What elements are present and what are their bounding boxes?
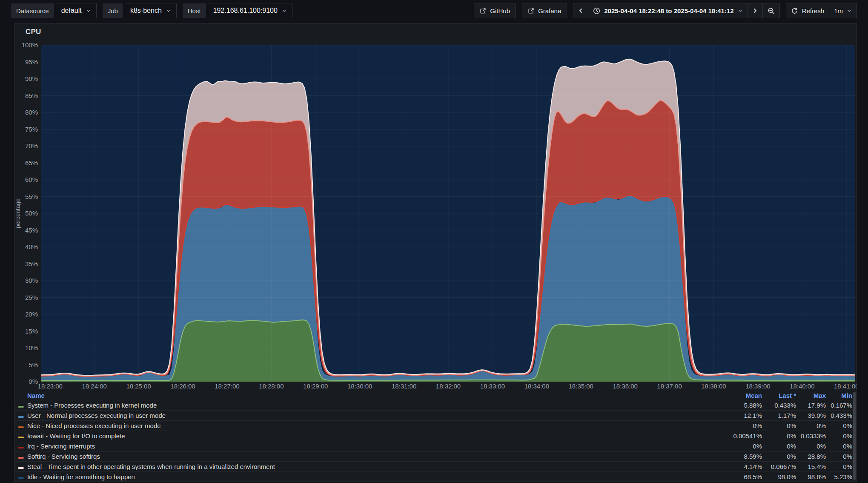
y-tick-label: 65% bbox=[25, 159, 38, 167]
github-link-button[interactable]: GitHub bbox=[474, 3, 516, 18]
y-tick-label: 90% bbox=[25, 75, 38, 82]
chevron-right-icon bbox=[753, 8, 758, 14]
legend-col-min[interactable]: Min bbox=[826, 392, 852, 399]
legend-max-value: 0% bbox=[796, 422, 826, 429]
legend-series-name[interactable]: User - Normal processes executing in use… bbox=[27, 412, 715, 419]
y-tick-label: 5% bbox=[29, 361, 38, 368]
legend-last-value: 98.0% bbox=[762, 473, 796, 480]
legend-row[interactable]: Iowait - Waiting for I/O to complete0.00… bbox=[14, 431, 857, 441]
legend-min-value: 0% bbox=[826, 422, 852, 429]
x-tick-label: 18:32:00 bbox=[436, 382, 461, 390]
legend-swatch[interactable] bbox=[18, 416, 24, 418]
legend-max-value: 0% bbox=[796, 443, 826, 450]
refresh-icon bbox=[791, 7, 798, 14]
legend-mean-value: 0.00541% bbox=[715, 432, 762, 440]
y-tick-label: 85% bbox=[25, 92, 38, 99]
chevron-down-icon bbox=[86, 8, 91, 13]
legend-swatch[interactable] bbox=[18, 437, 24, 438]
time-shift-back-button[interactable] bbox=[573, 3, 588, 18]
datasource-field: Datasource default bbox=[11, 3, 97, 18]
y-tick-label: 35% bbox=[25, 260, 38, 267]
clock-icon bbox=[593, 7, 600, 14]
x-tick-label: 18:28:00 bbox=[259, 382, 284, 390]
legend-row[interactable]: Softirq - Servicing softirqs8.59%0%28.8%… bbox=[14, 451, 857, 461]
legend-min-value: 0% bbox=[826, 443, 852, 450]
magnifier-minus-icon bbox=[768, 7, 775, 14]
legend-series-name[interactable]: Softirq - Servicing softirqs bbox=[27, 453, 715, 460]
legend-swatch[interactable] bbox=[18, 457, 24, 459]
legend-max-value: 39.0% bbox=[796, 412, 826, 419]
legend-min-value: 0% bbox=[826, 453, 852, 460]
legend-row[interactable]: Nice - Niced processes executing in user… bbox=[14, 420, 857, 431]
legend-row[interactable]: System - Processes executing in kernel m… bbox=[14, 400, 857, 410]
legend-series-name[interactable]: Iowait - Waiting for I/O to complete bbox=[27, 432, 715, 440]
chevron-down-icon bbox=[738, 8, 743, 13]
legend-series-name[interactable]: Irq - Servicing interrupts bbox=[27, 443, 715, 450]
legend-swatch[interactable] bbox=[18, 426, 24, 428]
cpu-chart[interactable]: 0%5%10%15%20%25%30%35%40%45%50%55%60%65%… bbox=[14, 24, 857, 391]
x-tick-label: 18:33:00 bbox=[480, 382, 505, 390]
legend-mean-value: 12.1% bbox=[715, 412, 762, 419]
y-tick-label: 95% bbox=[25, 58, 38, 66]
legend-col-name[interactable]: Name bbox=[27, 392, 715, 399]
refresh-group: Refresh 1m bbox=[786, 3, 857, 18]
grafana-link-label: Grafana bbox=[538, 7, 561, 14]
time-range-text: 2025-04-04 18:22:48 to 2025-04-04 18:41:… bbox=[604, 7, 733, 14]
legend-series-name[interactable]: System - Processes executing in kernel m… bbox=[27, 402, 715, 409]
x-tick-label: 18:35:00 bbox=[569, 382, 593, 390]
legend-last-value: 0% bbox=[762, 443, 796, 450]
legend-mean-value: 0% bbox=[715, 443, 762, 450]
x-tick-label: 18:26:00 bbox=[170, 382, 195, 390]
datasource-select[interactable]: default bbox=[56, 3, 97, 18]
legend-swatch[interactable] bbox=[18, 477, 24, 479]
job-select[interactable]: k8s-bench bbox=[125, 3, 177, 18]
legend: Name Mean Last * Max Min System - Proces… bbox=[14, 391, 857, 482]
legend-max-value: 28.8% bbox=[796, 453, 826, 460]
legend-last-value: 0.433% bbox=[762, 402, 796, 409]
legend-scrollbar[interactable] bbox=[853, 392, 856, 480]
legend-row[interactable]: Irq - Servicing interrupts0%0%0%0% bbox=[14, 441, 857, 451]
cpu-panel: CPU 0%5%10%15%20%25%30%35%40%45%50%55%60… bbox=[14, 23, 857, 482]
x-tick-label: 18:31:00 bbox=[392, 382, 416, 390]
host-select[interactable]: 192.168.61.100:9100 bbox=[208, 3, 292, 18]
grafana-link-button[interactable]: Grafana bbox=[522, 3, 567, 18]
legend-row[interactable]: User - Normal processes executing in use… bbox=[14, 410, 857, 420]
legend-col-max[interactable]: Max bbox=[796, 392, 826, 399]
legend-series-name[interactable]: Nice - Niced processes executing in user… bbox=[27, 422, 715, 429]
legend-col-last[interactable]: Last * bbox=[762, 392, 796, 399]
legend-row[interactable]: Steal - Time spent in other operating sy… bbox=[14, 461, 857, 472]
legend-swatch[interactable] bbox=[18, 467, 24, 469]
x-tick-label: 18:23:00 bbox=[38, 382, 63, 390]
host-label: Host bbox=[183, 3, 206, 18]
legend-mean-value: 8.59% bbox=[715, 453, 762, 460]
refresh-interval-select[interactable]: 1m bbox=[829, 3, 857, 18]
legend-series-name[interactable]: Steal - Time spent in other operating sy… bbox=[27, 463, 715, 470]
host-field: Host 192.168.61.100:9100 bbox=[183, 3, 292, 18]
legend-mean-value: 68.5% bbox=[715, 473, 762, 480]
chevron-left-icon bbox=[578, 8, 583, 14]
time-range-button[interactable]: 2025-04-04 18:22:48 to 2025-04-04 18:41:… bbox=[588, 3, 747, 18]
y-tick-label: 45% bbox=[25, 227, 38, 234]
y-tick-label: 30% bbox=[25, 277, 38, 284]
external-link-icon bbox=[480, 8, 486, 14]
legend-mean-value: 0% bbox=[715, 422, 762, 429]
toolbar: Datasource default Job k8s-bench Host 19… bbox=[0, 0, 868, 21]
y-tick-label: 100% bbox=[22, 41, 38, 49]
legend-series-name[interactable]: Idle - Waiting for something to happen bbox=[27, 473, 715, 480]
y-tick-label: 80% bbox=[25, 109, 38, 116]
y-tick-label: 75% bbox=[25, 126, 38, 133]
refresh-button[interactable]: Refresh bbox=[786, 3, 829, 18]
time-shift-forward-button[interactable] bbox=[748, 3, 762, 18]
legend-mean-value: 5.88% bbox=[715, 402, 762, 409]
legend-last-value: 1.17% bbox=[762, 412, 796, 419]
legend-swatch[interactable] bbox=[18, 406, 24, 408]
legend-mean-value: 4.14% bbox=[715, 463, 762, 470]
y-tick-label: 25% bbox=[25, 294, 38, 301]
legend-col-mean[interactable]: Mean bbox=[715, 392, 762, 399]
zoom-out-button[interactable] bbox=[762, 3, 779, 18]
legend-swatch[interactable] bbox=[18, 447, 24, 448]
legend-header: Name Mean Last * Max Min bbox=[14, 391, 857, 400]
time-picker-group: 2025-04-04 18:22:48 to 2025-04-04 18:41:… bbox=[573, 3, 779, 18]
legend-row[interactable]: Idle - Waiting for something to happen68… bbox=[14, 472, 857, 482]
x-tick-label: 18:37:00 bbox=[657, 382, 682, 390]
